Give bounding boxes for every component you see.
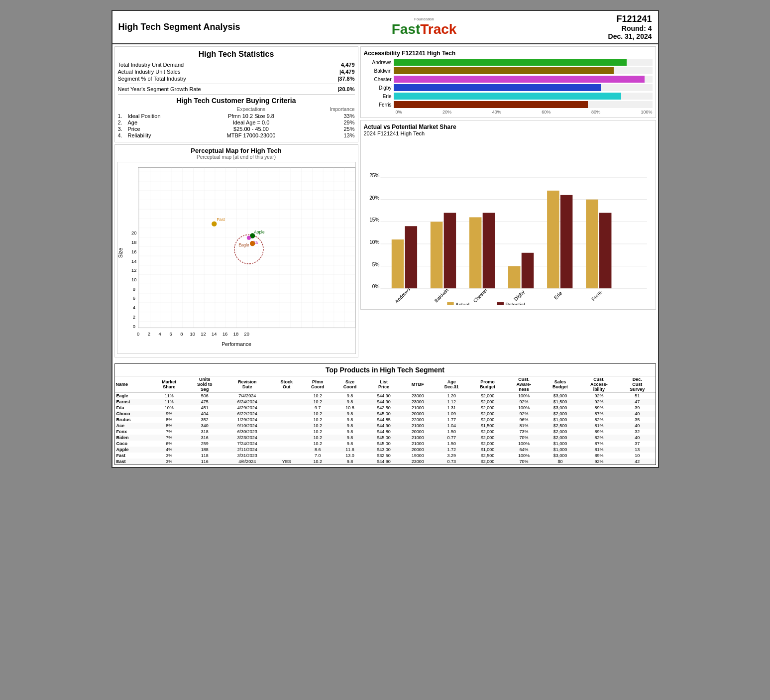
logo: Foundation FastTrack [392, 17, 457, 37]
th-market-share: MarketShare [152, 376, 187, 393]
table-row: Fast3%1183/31/20237.013.0$32.50190003.29… [115, 453, 656, 459]
table-cell: $44.90 [366, 399, 401, 405]
table-cell: 1.72 [434, 447, 469, 453]
criteria-name-3: Reliability [128, 132, 173, 138]
x-tick-2: 40% [492, 110, 501, 115]
svg-rect-51 [469, 217, 481, 288]
table-cell: 82% [579, 417, 620, 423]
table-cell: 2/11/2024 [223, 447, 272, 453]
table-cell: 89% [579, 405, 620, 411]
table-cell: 451 [187, 405, 223, 411]
table-cell: 10.2 [302, 459, 334, 465]
table-cell: 9.8 [334, 435, 366, 441]
criteria-row-1: 2. Age Ideal Age = 0.0 29% [118, 119, 355, 125]
criteria-name-0: Ideal Position [128, 113, 173, 119]
table-cell: 23000 [401, 393, 434, 399]
stat-value-1: |4,479 [339, 69, 355, 75]
table-cell: 3/23/2024 [223, 435, 272, 441]
svg-text:10%: 10% [369, 239, 379, 245]
table-cell: 1.04 [434, 423, 469, 429]
svg-rect-56 [560, 195, 572, 288]
th-pfmn: PfmnCoord [302, 376, 334, 393]
bar-container-ferris [394, 101, 653, 108]
table-cell: 9.8 [334, 459, 366, 465]
criteria-imp-3: 13% [330, 132, 355, 138]
growth-label: Next Year's Segment Growth Rate [118, 86, 201, 92]
table-cell: 42 [619, 459, 655, 465]
table-cell: Fast [115, 453, 152, 459]
criteria-exp-0: Pfmn 10.2 Size 9.8 [173, 113, 330, 119]
svg-text:Ferris: Ferris [590, 289, 603, 302]
svg-text:15%: 15% [369, 217, 379, 223]
table-cell: 11% [152, 393, 187, 399]
th-revision: RevisionDate [223, 376, 272, 393]
table-cell: 1.31 [434, 405, 469, 411]
table-row: Choco9%4046/22/202410.29.8$45.00200001.0… [115, 411, 656, 417]
table-cell: 40 [619, 411, 655, 417]
table-cell: 340 [187, 423, 223, 429]
svg-point-31 [246, 236, 250, 240]
table-cell: $2,000 [469, 393, 506, 399]
table-cell: 70% [506, 435, 542, 441]
bar-row-ferris: Ferris [364, 101, 653, 108]
table-cell: 11.6 [334, 447, 366, 453]
svg-rect-58 [599, 213, 611, 288]
table-cell: $2,000 [469, 429, 506, 435]
th-name: Name [115, 376, 152, 393]
table-cell: 21000 [401, 405, 434, 411]
stat-value-0: 4,479 [341, 62, 355, 68]
table-cell: $1,000 [469, 447, 506, 453]
bar-container-andrews [394, 59, 653, 66]
main-content: High Tech Statistics Total Industry Unit… [112, 44, 658, 361]
table-cell: 1.77 [434, 417, 469, 423]
criteria-exp-3: MTBF 17000-23000 [173, 132, 330, 138]
table-cell: 8% [152, 423, 187, 429]
table-cell: 3.29 [434, 453, 469, 459]
table-cell: 21000 [401, 423, 434, 429]
bar-fill-andrews [394, 59, 627, 66]
table-cell: 89% [579, 429, 620, 435]
table-cell [272, 411, 302, 417]
svg-rect-57 [586, 200, 598, 288]
table-cell: 10.2 [302, 435, 334, 441]
table-cell: 9.8 [334, 393, 366, 399]
svg-rect-47 [391, 239, 404, 288]
criteria-row-3: 4. Reliability MTBF 17000-23000 13% [118, 132, 355, 138]
table-cell: $45.00 [366, 411, 401, 417]
table-cell: 9.8 [334, 411, 366, 417]
table-cell: $45.00 [366, 435, 401, 441]
table-cell: 20000 [401, 429, 434, 435]
svg-text:Performance: Performance [221, 342, 251, 347]
svg-text:12: 12 [201, 332, 206, 337]
date-label: Dec. 31, 2024 [608, 32, 652, 40]
table-cell: 100% [506, 453, 542, 459]
svg-text:0%: 0% [372, 284, 379, 289]
table-cell: 1.12 [434, 399, 469, 405]
svg-rect-53 [508, 266, 521, 289]
table-cell: $2,000 [469, 399, 506, 405]
page: High Tech Segment Analysis Foundation Fa… [111, 10, 659, 468]
table-cell: YES [272, 459, 302, 465]
svg-rect-65 [447, 302, 453, 305]
table-cell: 0.73 [434, 459, 469, 465]
bar-row-baldwin: Baldwin [364, 67, 653, 74]
table-cell: 9.8 [334, 417, 366, 423]
table-cell: 32 [619, 429, 655, 435]
table-row: Earnst11%4756/24/202410.29.8$44.90230001… [115, 399, 656, 405]
table-cell [272, 447, 302, 453]
bar-fill-erie [394, 93, 622, 100]
table-cell: 1.09 [434, 411, 469, 417]
table-row: Ace8%3409/10/202410.29.8$44.90210001.04$… [115, 423, 656, 429]
th-aware: Cust.Aware-ness [506, 376, 542, 393]
perceptual-map-section: Perceptual Map for High Tech Perceptual … [114, 144, 358, 357]
svg-text:16: 16 [131, 249, 136, 254]
table-cell: $3,000 [542, 405, 578, 411]
table-cell: 404 [187, 411, 223, 417]
stat-row-0: Total Industry Unit Demand 4,479 [118, 62, 355, 68]
table-cell: 23000 [401, 399, 434, 405]
svg-rect-50 [443, 213, 456, 288]
table-cell: 9.8 [334, 399, 366, 405]
bar-label-erie: Erie [364, 94, 394, 99]
table-cell: 100% [506, 441, 542, 447]
table-cell: 8.6 [302, 447, 334, 453]
